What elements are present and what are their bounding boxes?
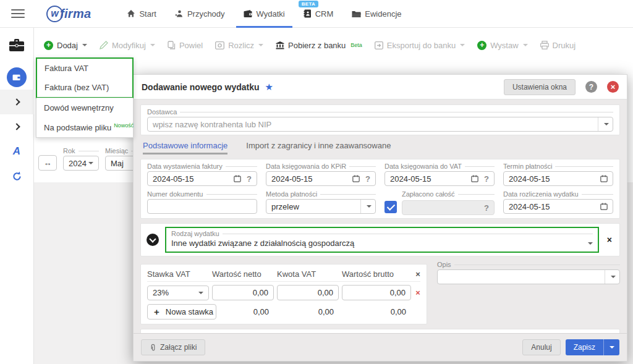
expense-type-select[interactable]: Inne wydatki związane z działalnością go… [171,237,593,249]
modify-button[interactable]: Modyfikuj [100,41,155,50]
due-date-input[interactable]: 2024-05-15 [503,171,613,186]
doc-number-input[interactable] [153,202,252,211]
plus-circle-icon: + [477,41,486,50]
nav-item-start[interactable]: Start [127,0,156,28]
modal-body: Dostawca Podstawowe informacje Import z … [134,99,627,333]
save-split-button[interactable]: Zapisz [566,339,619,355]
menu-item-dowod-wewnetrzny[interactable]: Dowód wewnętrzny [36,98,133,117]
year-select[interactable]: 2024 [63,156,99,171]
caret-down-icon [258,44,263,46]
sidebar-item-expenses-active[interactable] [0,65,34,90]
window-settings-button[interactable]: Ustawienia okna [504,79,576,95]
chevron-right-icon [13,98,20,105]
kpir-date-input[interactable]: 2024-05-15 ? [266,171,376,186]
caret-down-icon [198,292,203,294]
nav-item-wydatki[interactable]: Wydatki [244,0,285,28]
delete-row-icon[interactable]: × [414,288,422,297]
settle-date-input[interactable]: 2024-05-15 [503,199,613,214]
sidebar-item-expand-2[interactable] [0,114,34,139]
calendar-icon[interactable] [600,175,608,182]
paid-full-checkbox[interactable] [384,201,397,213]
description-field: Opis [437,261,620,284]
remove-section-icon[interactable]: × [605,235,614,245]
vat-date-field: Data księgowania do VAT 2024-05-15 ? [384,163,495,186]
caret-down-icon [604,123,609,125]
sidebar-item-refresh[interactable] [0,164,34,188]
payment-method-field: Metoda płatności przelew [266,190,376,215]
select-caret-zone[interactable] [360,200,372,213]
sidebar-item-briefcase[interactable] [0,33,34,57]
issue-button[interactable]: + Wystaw [477,41,527,50]
menu-item-faktura-bez-vat[interactable]: Faktura (bez VAT) [37,78,132,97]
duplicate-button[interactable]: Powiel [168,41,203,50]
close-icon[interactable]: × [607,81,619,93]
net-total: 0,00 [212,307,274,316]
print-button[interactable]: Drukuj [540,41,576,50]
vat-table-footer: + Nowa stawka 0,00 0,00 0,00 [147,304,420,320]
settle-button[interactable]: Rozlicz [215,41,263,50]
help-icon[interactable]: ? [365,174,370,184]
collapse-chevron-icon[interactable] [147,234,159,246]
calendar-icon[interactable] [471,175,478,182]
cancel-button[interactable]: Anuluj [522,339,560,355]
delete-table-icon[interactable]: × [414,269,422,279]
paid-full-disabled-box: ? [402,200,495,215]
beta-superscript: Beta [350,42,362,48]
folder-icon [352,10,361,18]
nav-item-przychody[interactable]: Przychody [175,0,225,28]
modal-header: Dodawanie nowego wydatku ★ Ustawienia ok… [134,75,627,99]
fetch-from-bank-button[interactable]: Pobierz z banku Beta [276,41,362,50]
caret-down-icon [611,276,616,278]
sidebar-item-typography[interactable]: A [0,139,34,164]
vat-date-input[interactable]: 2024-05-15 ? [384,171,495,186]
description-combobox[interactable] [437,269,620,284]
supplier-combobox[interactable] [147,117,613,132]
menu-item-faktura-vat[interactable]: Faktura VAT [37,59,132,78]
calendar-icon[interactable] [234,175,241,182]
printer-icon [540,41,549,49]
calendar-icon[interactable] [600,203,608,210]
issue-date-field: Data wystawienia faktury 2024-05-15 ? [147,163,257,186]
new-rate-button[interactable]: + Nowa stawka [147,304,216,320]
supplier-input[interactable] [153,120,598,129]
help-icon[interactable]: ? [484,174,489,184]
save-options-caret[interactable] [603,339,619,355]
payment-method-select[interactable]: przelew [266,199,376,214]
gross-amount-input[interactable] [342,285,411,300]
main-nav: Start Przychody Wydatki BETA CRM Ewidenc… [127,0,401,28]
vat-amount-input[interactable] [277,285,339,300]
vat-rate-select[interactable]: 23% [147,286,209,300]
issue-date-input[interactable]: 2024-05-15 ? [147,171,257,186]
add-button[interactable]: + Dodaj [44,41,87,50]
help-icon[interactable]: ? [585,81,597,93]
logo-text: firma [60,7,91,21]
refresh-icon [12,171,22,182]
crm-beta-badge: BETA [299,1,318,7]
favorite-star-icon[interactable]: ★ [265,82,273,93]
caret-down-icon [367,205,372,208]
modal-title: Dodawanie nowego wydatku [142,82,260,92]
combobox-caret-zone[interactable] [605,270,616,284]
combobox-caret-zone[interactable] [598,117,609,131]
tab-podstawowe-informacje[interactable]: Podstawowe informacje [143,141,227,154]
export-to-bank-button[interactable]: Eksportuj do banku [375,41,465,50]
nav-item-crm[interactable]: BETA CRM [304,0,334,28]
help-icon[interactable]: ? [247,174,252,184]
modal-tabs: Podstawowe informacje Import z zagranicy… [140,140,620,154]
copy-icon [168,41,176,49]
swap-range-button[interactable]: ↔ [38,155,57,171]
save-button[interactable]: Zapisz [566,339,603,355]
expense-type-section: Rodzaj wydatku Inne wydatki związane z d… [140,223,620,256]
net-amount-input[interactable] [212,285,274,300]
hamburger-menu-icon[interactable] [11,9,25,18]
wfirma-logo[interactable]: w firma [46,6,91,22]
doc-number-inputbox[interactable] [147,199,257,214]
menu-item-na-podstawie-pliku[interactable]: Na podstawie plikuNowość [36,117,133,137]
caret-down-icon [610,346,614,349]
attach-files-button[interactable]: Załącz pliki [141,339,205,355]
tab-import-zaawansowane[interactable]: Import z zagranicy i inne zaawansowane [246,141,391,154]
calendar-icon[interactable] [352,175,360,182]
sidebar-item-expand-1[interactable] [0,90,34,114]
nav-item-ewidencje[interactable]: Ewidencje [352,0,401,28]
help-icon[interactable]: ? [484,203,489,213]
